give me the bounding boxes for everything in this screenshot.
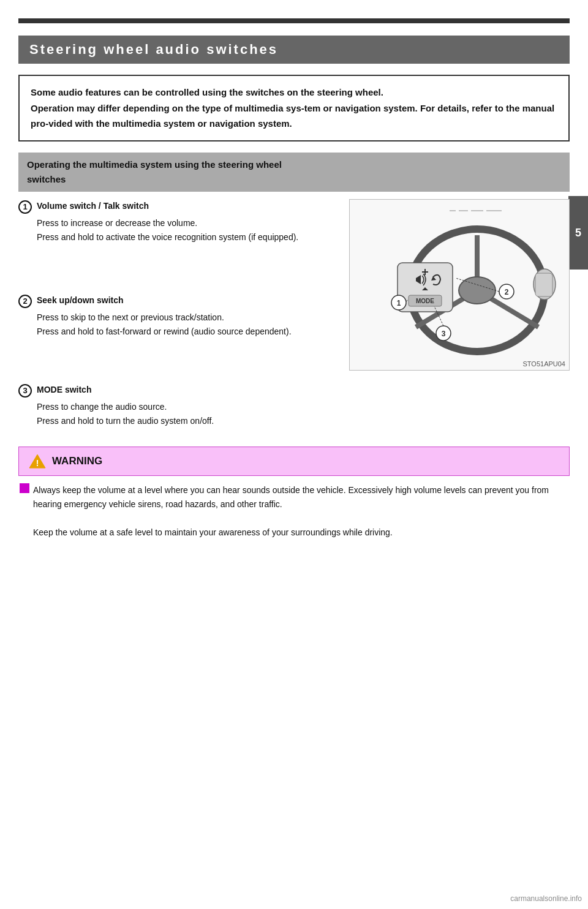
page-title: Steering wheel audio switches xyxy=(29,42,559,58)
item-1-header: 1 Volume switch / Talk switch xyxy=(18,199,343,214)
item-block-2: 2 Seek up/down switch Press to skip to t… xyxy=(18,293,343,339)
side-tab-number: 5 xyxy=(575,227,581,240)
top-bar xyxy=(18,18,570,23)
item-block-1: 1 Volume switch / Talk switch Press to i… xyxy=(18,199,343,244)
warning-triangle-icon: ! xyxy=(29,453,46,469)
warning-square-icon xyxy=(20,483,29,493)
warning-section: ! WARNING Always keep the volume at a le… xyxy=(18,447,570,540)
content-area: 1 Volume switch / Talk switch Press to i… xyxy=(18,199,570,371)
item-1-body: Press to increase or decrease the volume… xyxy=(18,216,343,244)
side-tab: 5 xyxy=(568,196,588,270)
title-box: Steering wheel audio switches xyxy=(18,36,570,64)
item-2-body: Press to skip to the next or previous tr… xyxy=(18,311,343,339)
page-container: 5 Steering wheel audio switches Some aud… xyxy=(0,0,588,558)
svg-text:!: ! xyxy=(36,458,39,468)
item-block-3: 3 MODE switch Press to change the audio … xyxy=(18,383,570,428)
warning-label: WARNING xyxy=(52,455,102,467)
item-3-title: MODE switch xyxy=(37,383,570,396)
info-line1: Some audio features can be controlled us… xyxy=(31,85,557,100)
item-3-body: Press to change the audio source. Press … xyxy=(18,400,570,428)
item-3-circle: 3 xyxy=(18,384,32,398)
subtitle-line2: switches xyxy=(27,172,561,187)
info-box: Some audio features can be controlled us… xyxy=(18,75,570,141)
svg-point-8 xyxy=(459,277,496,304)
steering-wheel-svg: MODE 1 2 3 xyxy=(355,205,563,364)
left-content: 1 Volume switch / Talk switch Press to i… xyxy=(18,199,349,371)
item-2-circle: 2 xyxy=(18,295,32,308)
warning-text-row: Always keep the volume at a level where … xyxy=(20,483,570,540)
item-3-header: 3 MODE switch xyxy=(18,383,570,398)
svg-text:1: 1 xyxy=(397,299,401,307)
steering-wheel-image-container: MODE 1 2 3 xyxy=(349,199,570,371)
item-2-title: Seek up/down switch xyxy=(37,293,343,307)
svg-rect-27 xyxy=(535,273,552,296)
subtitle-line1: Operating the multimedia system using th… xyxy=(27,157,561,172)
warning-text: Always keep the volume at a level where … xyxy=(33,483,570,540)
bottom-watermark: carmanualsonline.info xyxy=(510,894,582,903)
items-section: 3 MODE switch Press to change the audio … xyxy=(18,383,570,428)
svg-text:2: 2 xyxy=(505,288,509,296)
subtitle-box: Operating the multimedia system using th… xyxy=(18,153,570,192)
svg-text:3: 3 xyxy=(442,330,446,338)
svg-text:MODE: MODE xyxy=(416,298,434,304)
warning-box: ! WARNING xyxy=(18,447,570,476)
item-2-header: 2 Seek up/down switch xyxy=(18,293,343,308)
info-line2: Operation may differ depending on the ty… xyxy=(31,100,557,132)
item-1-title: Volume switch / Talk switch xyxy=(37,199,343,213)
warning-content: Always keep the volume at a level where … xyxy=(18,483,570,540)
image-caption: STO51APU04 xyxy=(522,360,565,368)
item-1-circle: 1 xyxy=(18,200,32,214)
steering-illustration: MODE 1 2 3 xyxy=(349,199,570,371)
